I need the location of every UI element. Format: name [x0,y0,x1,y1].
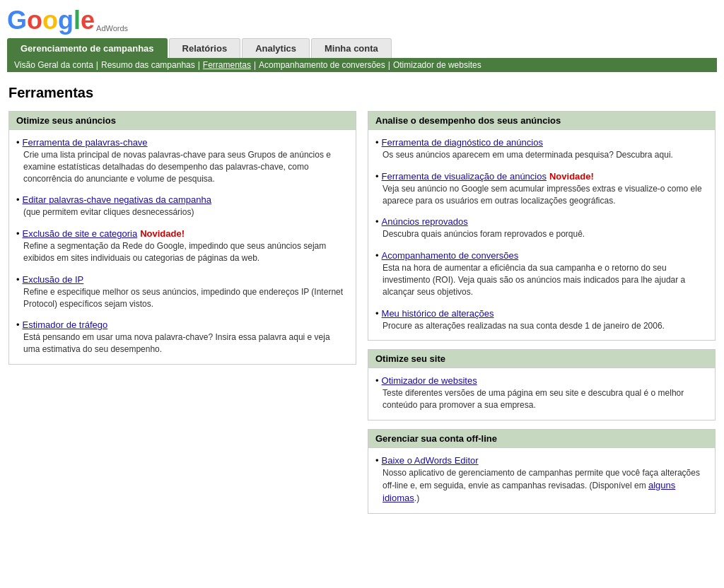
tab-minha-conta[interactable]: Minha conta [311,38,392,58]
subnav-sep-2: | [195,60,203,70]
tool-palavras-chave-negativas: • Editar palavras-chave negativas da cam… [16,194,349,218]
adwords-logo: AdWords [96,24,128,33]
section-otimize-site-header: Otimize seu site [368,350,715,368]
link-acompanhamento-conversoes[interactable]: Acompanhamento de conversões [382,250,519,261]
google-logo: Google [7,6,95,35]
bullet-r4: • [375,250,379,261]
desc-exclusao-ip: Refine e especifique melhor os seus anún… [23,286,349,310]
novidade-visualizacao: Novidade! [549,171,594,182]
subnav-sep-4: | [385,60,393,70]
desc-historico: Procure as alterações realizadas na sua … [383,320,708,332]
bullet-1: • [16,137,20,148]
subnav-sep-3: | [251,60,259,70]
tab-relatorios[interactable]: Relatórios [169,38,241,58]
header: Google AdWords Gerenciamento de campanha… [0,0,724,75]
tool-estimador-trafego: • Estimador de tráfego Está pensando em … [16,319,349,355]
subnav-acompanhamento[interactable]: Acompanhamento de conversões [259,60,385,70]
nav-tabs: Gerenciamento de campanhas Relatórios An… [7,38,717,58]
link-anuncios-reprovados[interactable]: Anúncios reprovados [382,216,468,227]
section-otimize-site: Otimize seu site • Otimizador de website… [368,349,716,421]
desc-diagnostico: Os seus anúncios aparecem em uma determi… [383,149,708,161]
section-analise-header: Analise o desempenho dos seus anúncios [368,112,715,130]
sub-nav: Visão Geral da conta | Resumo das campan… [7,58,717,72]
section-analise-body: • Ferramenta de diagnóstico de anúncios … [368,130,715,340]
novidade-exclusao-site: Novidade! [140,228,185,239]
bullet-s1: • [375,375,379,386]
bullet-r1: • [375,137,379,148]
link-palavras-chave[interactable]: Ferramenta de palavras-chave [23,137,148,148]
subnav-visao-geral[interactable]: Visão Geral da conta [14,60,93,70]
link-exclusao-ip[interactable]: Exclusão de IP [23,274,84,285]
subnav-resumo[interactable]: Resumo das campanhas [101,60,195,70]
link-historico[interactable]: Meu histórico de alterações [382,308,494,319]
section-analise: Analise o desempenho dos seus anúncios •… [368,111,716,341]
bullet-r3: • [375,216,379,227]
right-column: Analise o desempenho dos seus anúncios •… [368,111,716,522]
left-column: Otimize seus anúncios • Ferramenta de pa… [8,111,356,522]
section-conta-offline-body: • Baixe o AdWords Editor Nosso aplicativ… [368,448,715,513]
tool-historico: • Meu histórico de alterações Procure as… [375,308,708,332]
section-conta-offline-header: Gerenciar sua conta off-line [368,430,715,448]
desc-palavras-chave-negativas: (que permitem evitar cliques desnecessár… [23,206,349,218]
tool-adwords-editor: • Baixe o AdWords Editor Nosso aplicativ… [375,455,708,505]
link-exclusao-site[interactable]: Exclusão de site e categoria [23,228,138,239]
link-palavras-chave-negativas[interactable]: Editar palavras-chave negativas da campa… [23,194,211,205]
tool-acompanhamento-conversoes: • Acompanhamento de conversões Esta na h… [375,250,708,298]
bullet-o1: • [375,455,379,466]
tool-diagnostico: • Ferramenta de diagnóstico de anúncios … [375,137,708,161]
section-otimize-body: • Ferramenta de palavras-chave Crie uma … [9,130,356,364]
tool-palavras-chave: • Ferramenta de palavras-chave Crie uma … [16,137,349,184]
bullet-r5: • [375,308,379,319]
main-content: Ferramentas Otimize seus anúncios • Ferr… [0,75,724,532]
desc-anuncios-reprovados: Descubra quais anúncios foram reprovados… [383,228,708,240]
subnav-ferramentas[interactable]: Ferramentas [203,60,251,70]
section-conta-offline: Gerenciar sua conta off-line • Baixe o A… [368,429,716,514]
bullet-r2: • [375,171,379,182]
link-diagnostico[interactable]: Ferramenta de diagnóstico de anúncios [382,137,543,148]
subnav-otimizador[interactable]: Otimizador de websites [393,60,481,70]
desc-adwords-editor: Nosso aplicativo de gerenciamento de cam… [383,467,708,505]
page-title: Ferramentas [8,85,716,101]
tab-analytics[interactable]: Analytics [242,38,310,58]
logo-area: Google AdWords [7,6,717,35]
tool-visualizacao: • Ferramenta de visualização de anúncios… [375,171,708,207]
link-adwords-editor[interactable]: Baixe o AdWords Editor [382,455,479,466]
bullet-4: • [16,274,20,285]
bullet-5: • [16,319,20,330]
link-otimizador-websites[interactable]: Otimizador de websites [382,375,477,386]
link-estimador-trafego[interactable]: Estimador de tráfego [23,319,108,330]
subnav-sep-1: | [93,60,101,70]
tool-exclusao-ip: • Exclusão de IP Refine e especifique me… [16,274,349,310]
section-otimize-site-body: • Otimizador de websites Teste diferente… [368,368,715,420]
desc-exclusao-site: Refine a segmentação da Rede do Google, … [23,240,349,264]
desc-otimizador-websites: Teste diferentes versões de uma página e… [383,387,708,411]
desc-palavras-chave: Crie uma lista principal de novas palavr… [23,149,349,184]
bullet-2: • [16,194,20,205]
columns: Otimize seus anúncios • Ferramenta de pa… [8,111,716,522]
link-visualizacao[interactable]: Ferramenta de visualização de anúncios [382,171,547,182]
desc-acompanhamento-conversoes: Esta na hora de aumentar a eficiência da… [383,262,708,298]
tool-otimizador-websites: • Otimizador de websites Teste diferente… [375,375,708,411]
tool-exclusao-site: • Exclusão de site e categoria Novidade!… [16,228,349,264]
section-otimize-header: Otimize seus anúncios [9,112,356,130]
tab-gerenciamento[interactable]: Gerenciamento de campanhas [7,38,168,58]
desc-estimador-trafego: Está pensando em usar uma nova palavra-c… [23,331,349,355]
bullet-3: • [16,228,20,239]
section-otimize: Otimize seus anúncios • Ferramenta de pa… [8,111,356,365]
tool-anuncios-reprovados: • Anúncios reprovados Descubra quais anú… [375,216,708,240]
desc-adwords-editor-text2: .) [414,493,419,503]
desc-visualizacao: Veja seu anúncio no Google sem acumular … [383,183,708,207]
